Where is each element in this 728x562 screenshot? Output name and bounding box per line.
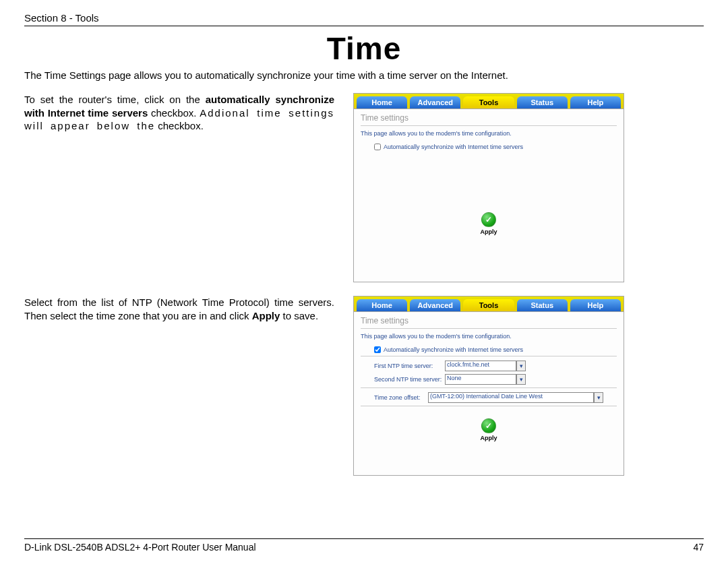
footer-manual-name: D-Link DSL-2540B ADSL2+ 4-Port Router Us… bbox=[24, 542, 256, 553]
tab-status[interactable]: Status bbox=[517, 96, 568, 108]
tab-bar: Home Advanced Tools Status Help bbox=[354, 296, 624, 312]
apply-icon[interactable]: ✓ bbox=[481, 418, 496, 433]
instruction-paragraph-2: Select from the list of NTP (Network Tim… bbox=[24, 296, 353, 322]
chevron-down-icon[interactable]: ▾ bbox=[516, 374, 526, 385]
first-ntp-label: First NTP time server: bbox=[374, 363, 445, 369]
footer-page-number: 47 bbox=[693, 542, 704, 553]
intro-paragraph: The Time Settings page allows you to aut… bbox=[24, 69, 704, 81]
second-ntp-label: Second NTP time server: bbox=[374, 376, 445, 383]
second-ntp-select[interactable]: None bbox=[445, 374, 516, 385]
panel-desc: This page allows you to the modem's time… bbox=[361, 130, 617, 137]
tab-status[interactable]: Status bbox=[517, 299, 568, 311]
auto-sync-label: Automatically synchronize with Internet … bbox=[384, 144, 523, 150]
panel-title: Time settings bbox=[361, 316, 617, 325]
apply-button[interactable]: Apply bbox=[480, 228, 497, 235]
section-header: Section 8 - Tools bbox=[24, 12, 704, 26]
page-title: Time bbox=[24, 30, 704, 67]
screenshot-panel-2: Home Advanced Tools Status Help Time set… bbox=[353, 296, 624, 476]
panel-title: Time settings bbox=[361, 113, 617, 123]
apply-button[interactable]: Apply bbox=[480, 435, 497, 441]
tab-tools[interactable]: Tools bbox=[463, 96, 514, 108]
timezone-label: Time zone offset: bbox=[374, 394, 428, 401]
instruction-paragraph-1: To set the router's time, click on the a… bbox=[24, 93, 353, 133]
tab-advanced[interactable]: Advanced bbox=[410, 299, 460, 311]
tab-bar: Home Advanced Tools Status Help bbox=[354, 94, 624, 109]
tab-home[interactable]: Home bbox=[357, 96, 407, 108]
apply-icon[interactable]: ✓ bbox=[481, 212, 496, 227]
tab-help[interactable]: Help bbox=[570, 96, 621, 108]
auto-sync-checkbox[interactable] bbox=[374, 144, 381, 150]
auto-sync-label: Automatically synchronize with Internet … bbox=[384, 346, 523, 353]
screenshot-panel-1: Home Advanced Tools Status Help Time set… bbox=[353, 93, 624, 282]
tab-help[interactable]: Help bbox=[570, 299, 621, 311]
chevron-down-icon[interactable]: ▾ bbox=[594, 392, 603, 403]
tab-advanced[interactable]: Advanced bbox=[410, 96, 460, 108]
panel-desc: This page allows you to the modem's time… bbox=[361, 333, 617, 340]
page-footer: D-Link DSL-2540B ADSL2+ 4-Port Router Us… bbox=[24, 538, 704, 553]
timezone-select[interactable]: (GMT-12:00) International Date Line West bbox=[428, 392, 594, 403]
tab-tools[interactable]: Tools bbox=[463, 299, 514, 311]
auto-sync-checkbox[interactable] bbox=[374, 346, 381, 353]
chevron-down-icon[interactable]: ▾ bbox=[516, 361, 526, 371]
first-ntp-select[interactable]: clock.fmt.he.net bbox=[445, 361, 516, 371]
tab-home[interactable]: Home bbox=[357, 299, 407, 311]
